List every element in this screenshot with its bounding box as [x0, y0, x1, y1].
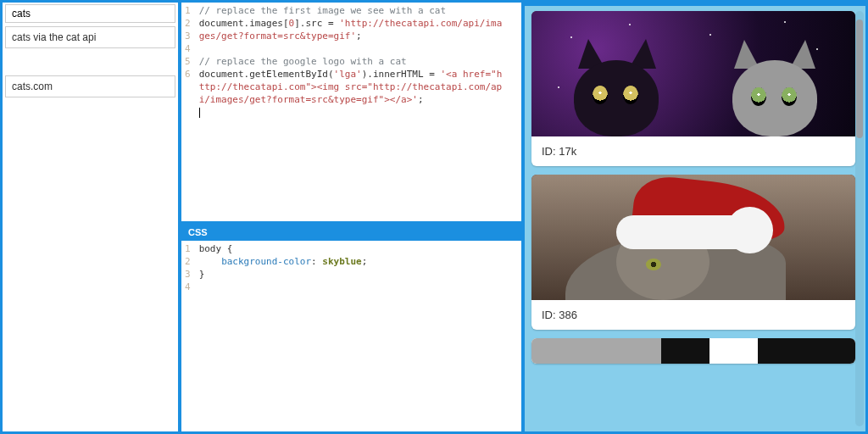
- card-id-label: ID: 386: [531, 300, 855, 330]
- css-code[interactable]: body { background-color: skyblue; }: [196, 241, 509, 431]
- css-code-area[interactable]: 1 2 3 4 body { background-color: skyblue…: [181, 241, 521, 431]
- cursor-icon: [199, 108, 200, 118]
- preview-body[interactable]: ID: 17k ID: 386: [525, 6, 865, 431]
- scrollbar-thumb[interactable]: [856, 19, 863, 138]
- preview-pane: ID: 17k ID: 386: [525, 3, 865, 431]
- result-card[interactable]: ID: 17k: [531, 11, 855, 166]
- js-gutter: 1 2 3 4 5 6: [181, 3, 196, 221]
- result-card[interactable]: ID: 386: [531, 175, 855, 330]
- app-root: cats via the cat api cats.com 1 2 3 4 5 …: [0, 0, 868, 434]
- sidebar-item[interactable]: cats.com: [5, 75, 175, 97]
- js-editor-pane: 1 2 3 4 5 6 // replace the first image w…: [181, 3, 521, 221]
- cat-image: [531, 338, 855, 364]
- result-card[interactable]: [531, 338, 855, 364]
- css-editor-pane: CSS 1 2 3 4 body { background-color: sky…: [181, 224, 521, 431]
- css-gutter: 1 2 3 4: [181, 241, 196, 431]
- editor-column: 1 2 3 4 5 6 // replace the first image w…: [181, 3, 521, 431]
- css-pane-header[interactable]: CSS: [181, 224, 521, 241]
- cat-image: [531, 175, 855, 300]
- cat-image: [531, 11, 855, 136]
- scrollbar[interactable]: [855, 11, 864, 426]
- sidebar-item[interactable]: cats via the cat api: [5, 26, 175, 48]
- card-id-label: ID: 17k: [531, 136, 855, 166]
- sidebar: cats via the cat api cats.com: [3, 3, 178, 431]
- js-code-area[interactable]: 1 2 3 4 5 6 // replace the first image w…: [181, 3, 521, 221]
- js-code[interactable]: // replace the first image we see with a…: [196, 3, 509, 221]
- search-input[interactable]: [5, 4, 175, 23]
